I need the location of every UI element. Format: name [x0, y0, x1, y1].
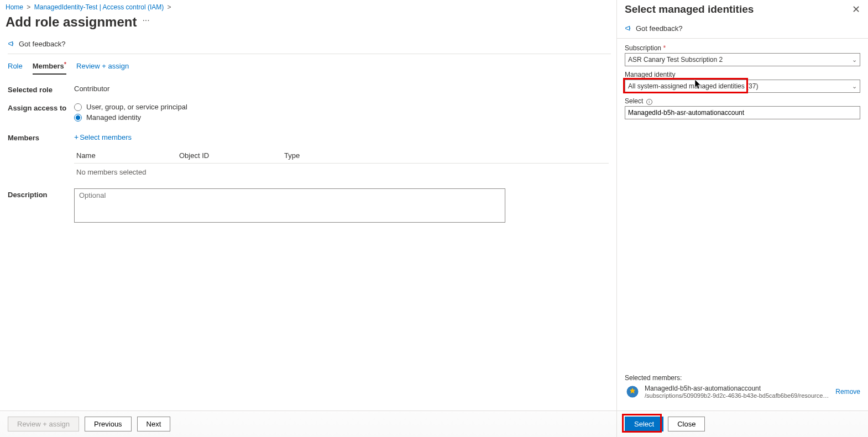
radio-user-label: User, group, or service principal [86, 103, 187, 111]
chevron-down-icon: ⌄ [852, 56, 857, 64]
radio-mi-input[interactable] [74, 114, 82, 122]
subscription-dropdown[interactable]: ASR Canary Test Subscription 2 ⌄ [625, 53, 860, 66]
chevron-right-icon: > [27, 3, 30, 11]
close-icon[interactable]: ✕ [852, 3, 860, 15]
col-object-id: Object ID [179, 151, 284, 160]
label-description: Description [8, 188, 74, 199]
page-title: Add role assignment [6, 14, 137, 30]
radio-user-option[interactable]: User, group, or service principal [74, 103, 609, 111]
select-button[interactable]: Select [625, 417, 663, 431]
selected-member-path: /subscriptions/509099b2-9d2c-4636-b43e-b… [645, 392, 831, 399]
label-assign-access: Assign access to [8, 103, 74, 112]
members-table-header: Name Object ID Type [74, 151, 609, 164]
chevron-right-icon: > [168, 3, 171, 11]
chevron-down-icon: ⌄ [852, 83, 857, 90]
megaphone-icon [8, 40, 15, 48]
feedback-link-panel[interactable]: Got feedback? [617, 15, 868, 39]
managed-identity-dropdown[interactable]: All system-assigned managed identities (… [625, 80, 860, 93]
label-managed-identity: Managed identity [625, 71, 860, 78]
remove-member-link[interactable]: Remove [835, 388, 860, 396]
col-type: Type [284, 151, 389, 160]
radio-user-input[interactable] [74, 103, 82, 111]
panel-feedback-label: Got feedback? [636, 24, 683, 33]
label-members: Members [8, 133, 74, 142]
members-empty-message: No members selected [74, 164, 609, 176]
radio-mi-option[interactable]: Managed identity [74, 113, 609, 122]
tab-members[interactable]: Members* [33, 60, 66, 75]
label-select: Select i [625, 97, 860, 105]
breadcrumb-resource[interactable]: ManagedIdentity-Test | Access control (I… [34, 3, 164, 11]
select-members-link[interactable]: + Select members [74, 133, 132, 141]
main-footer: Review + assign Previous Next [0, 410, 616, 437]
select-members-label: Select members [80, 133, 132, 141]
tabs: Role Members* Review + assign [6, 54, 611, 75]
more-actions-icon[interactable]: ··· [142, 15, 149, 29]
previous-button[interactable]: Previous [85, 417, 132, 431]
review-assign-button[interactable]: Review + assign [8, 417, 79, 431]
tab-role[interactable]: Role [8, 60, 23, 75]
info-icon[interactable]: i [646, 99, 652, 105]
value-selected-role: Contributor [74, 85, 609, 93]
select-managed-identities-panel: Select managed identities ✕ Got feedback… [616, 0, 868, 437]
panel-title: Select managed identities [625, 3, 754, 15]
selected-member-row: ManagedId-b5h-asr-automationaccount /sub… [625, 384, 860, 399]
tab-review[interactable]: Review + assign [76, 60, 129, 75]
radio-mi-label: Managed identity [86, 113, 141, 122]
label-selected-role: Selected role [8, 85, 74, 94]
breadcrumb-home[interactable]: Home [6, 3, 23, 11]
managed-identity-value: All system-assigned managed identities (… [628, 82, 758, 90]
close-button[interactable]: Close [668, 417, 705, 431]
label-subscription: Subscription * [625, 44, 860, 52]
megaphone-icon [625, 25, 632, 33]
panel-footer: Select Close [617, 410, 868, 437]
col-name: Name [74, 151, 179, 160]
selected-members-label: Selected members: [625, 374, 860, 382]
feedback-label: Got feedback? [19, 40, 66, 48]
breadcrumb: Home > ManagedIdentity-Test | Access con… [6, 2, 611, 12]
selected-member-name: ManagedId-b5h-asr-automationaccount [645, 385, 831, 392]
next-button[interactable]: Next [137, 417, 171, 431]
subscription-value: ASR Canary Test Subscription 2 [628, 56, 723, 64]
description-textarea[interactable] [74, 188, 505, 223]
plus-icon: + [74, 133, 79, 141]
feedback-link-main[interactable]: Got feedback? [8, 30, 611, 54]
select-search-input[interactable] [625, 106, 860, 119]
automation-account-icon [625, 384, 640, 399]
